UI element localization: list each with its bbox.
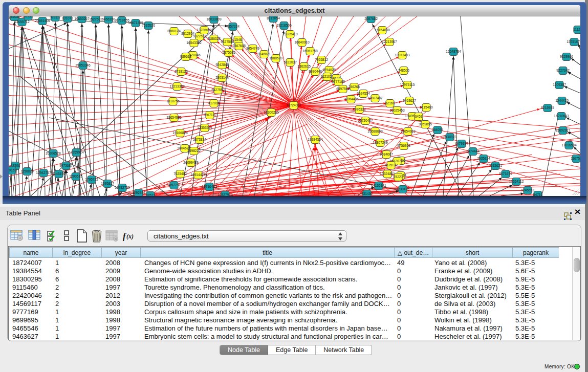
svg-text:9242848: 9242848 (215, 63, 229, 67)
svg-text:9474444: 9474444 (466, 149, 480, 153)
svg-text:12213967: 12213967 (382, 40, 397, 43)
svg-text:20691406: 20691406 (35, 19, 50, 23)
svg-text:16671355: 16671355 (128, 21, 143, 25)
svg-text:1615132: 1615132 (384, 163, 398, 167)
svg-text:6453: 6453 (415, 115, 423, 118)
svg-text:12942757: 12942757 (36, 171, 51, 174)
svg-text:7357224: 7357224 (226, 25, 239, 28)
svg-text:9463627: 9463627 (403, 99, 416, 102)
svg-text:10719155: 10719155 (114, 18, 129, 22)
svg-text:9327508: 9327508 (221, 40, 234, 43)
svg-text:15720407: 15720407 (358, 119, 373, 122)
svg-text:10973493: 10973493 (395, 53, 410, 57)
svg-text:6497568: 6497568 (336, 87, 350, 91)
svg-text:2718126: 2718126 (175, 70, 188, 73)
svg-text:16543382: 16543382 (186, 41, 202, 45)
svg-text:6466160: 6466160 (102, 17, 115, 21)
svg-text:15716485: 15716485 (202, 185, 217, 188)
svg-text:746266: 746266 (349, 85, 360, 89)
svg-text:2087682: 2087682 (364, 17, 378, 20)
svg-text:8938923: 8938923 (443, 135, 456, 139)
svg-text:195058: 195058 (9, 16, 20, 18)
svg-text:8454749: 8454749 (246, 47, 259, 50)
svg-text:20206528: 20206528 (46, 151, 61, 155)
svg-text:6794028: 6794028 (322, 68, 336, 72)
svg-text:9975687: 9975687 (59, 164, 73, 167)
svg-text:931450: 931450 (361, 192, 373, 195)
svg-text:13226058: 13226058 (197, 28, 212, 32)
svg-text:1527602: 1527602 (89, 17, 102, 21)
svg-text:748500: 748500 (398, 69, 409, 72)
svg-text:2367608: 2367608 (232, 44, 246, 48)
svg-text:7955812: 7955812 (315, 58, 328, 61)
svg-text:5873834: 5873834 (193, 138, 206, 141)
svg-text:11123: 11123 (573, 28, 580, 31)
svg-text:19166825: 19166825 (172, 131, 188, 135)
svg-text:8990448: 8990448 (309, 70, 322, 73)
svg-text:1290515: 1290515 (69, 174, 82, 178)
svg-text:9084067: 9084067 (380, 152, 393, 156)
svg-text:1095817: 1095817 (101, 182, 114, 185)
svg-text:9756928: 9756928 (397, 144, 410, 147)
svg-text:16961758: 16961758 (302, 49, 318, 53)
svg-text:29053346: 29053346 (75, 63, 91, 67)
svg-text:13524861: 13524861 (380, 172, 395, 176)
svg-text:1156829: 1156829 (20, 169, 34, 173)
svg-text:20364436: 20364436 (343, 97, 359, 101)
svg-text:1362615: 1362615 (297, 64, 311, 68)
svg-text:9327503: 9327503 (193, 34, 206, 38)
svg-text:8660124: 8660124 (167, 29, 181, 33)
svg-text:5322037: 5322037 (284, 60, 297, 64)
svg-text:1733426: 1733426 (396, 187, 409, 191)
svg-text:1292344: 1292344 (132, 191, 145, 194)
svg-text:116753: 116753 (571, 157, 580, 160)
svg-text:1588520: 1588520 (269, 56, 282, 60)
svg-text:6479197: 6479197 (455, 142, 468, 145)
svg-text:19384554: 19384554 (308, 138, 323, 141)
svg-text:10807487: 10807487 (367, 96, 383, 100)
svg-text:16782759: 16782759 (115, 186, 130, 189)
svg-text:26099489: 26099489 (183, 161, 199, 164)
svg-text:19218506: 19218506 (276, 24, 292, 27)
svg-text:62160: 62160 (385, 101, 395, 105)
svg-text:10654112: 10654112 (509, 180, 524, 183)
svg-text:9859895: 9859895 (419, 122, 432, 126)
svg-text:9146821: 9146821 (257, 52, 271, 56)
svg-text:3267110: 3267110 (203, 113, 216, 117)
svg-text:19654923: 19654923 (400, 129, 416, 133)
svg-text:18300295: 18300295 (264, 111, 279, 114)
svg-text:18807249: 18807249 (373, 141, 388, 144)
svg-text:973117: 973117 (50, 16, 61, 19)
svg-text:8471676: 8471676 (499, 172, 512, 176)
svg-text:8215955: 8215955 (541, 106, 554, 110)
svg-text:19654985: 19654985 (166, 116, 182, 119)
svg-text:17359924: 17359924 (69, 150, 84, 154)
svg-text:417006: 417006 (208, 101, 220, 105)
svg-text:3498222: 3498222 (187, 149, 201, 152)
svg-text:8427552: 8427552 (211, 88, 225, 92)
svg-text:164095: 164095 (432, 128, 443, 132)
svg-text:15751074: 15751074 (567, 40, 580, 43)
svg-text:2935114: 2935114 (477, 157, 490, 160)
svg-text:12353594: 12353594 (197, 126, 212, 129)
svg-text:9329966: 9329966 (560, 55, 573, 58)
svg-text:10688609: 10688609 (367, 129, 383, 133)
svg-text:16640910: 16640910 (294, 40, 310, 44)
svg-text:2803144: 2803144 (215, 76, 229, 79)
svg-text:8813054: 8813054 (267, 16, 280, 20)
svg-text:17016504: 17016504 (561, 143, 577, 147)
svg-text:8912954: 8912954 (181, 32, 194, 35)
svg-text:80931: 80931 (24, 16, 33, 18)
svg-text:7986322: 7986322 (353, 107, 366, 111)
svg-text:16154838: 16154838 (375, 28, 390, 32)
svg-text:9227342: 9227342 (556, 69, 570, 72)
svg-text:7625402: 7625402 (173, 172, 187, 176)
svg-text:12213389: 12213389 (169, 84, 185, 88)
svg-text:9777169: 9777169 (332, 80, 345, 83)
svg-text:10653267: 10653267 (74, 17, 90, 20)
svg-text:18724007: 18724007 (286, 103, 301, 107)
svg-text:16648784: 16648784 (446, 50, 461, 53)
svg-text:9857791: 9857791 (167, 183, 181, 187)
svg-text:1795722: 1795722 (85, 178, 98, 181)
svg-text:14136141: 14136141 (371, 184, 386, 187)
